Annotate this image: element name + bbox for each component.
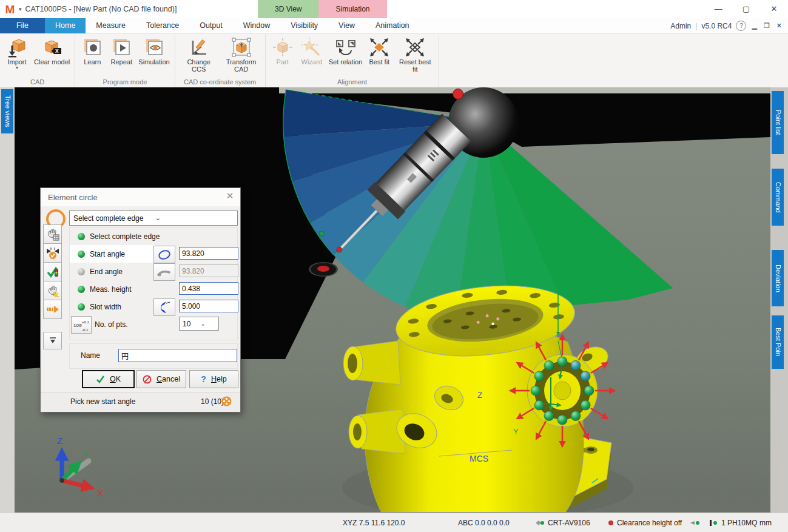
end-angle-pick-button[interactable] bbox=[153, 263, 175, 281]
quick-access-caret-icon[interactable]: ▾ bbox=[19, 6, 22, 12]
menu-visibility[interactable]: Visibility bbox=[280, 18, 328, 33]
meas-height-input[interactable] bbox=[179, 282, 238, 295]
maximize-button[interactable]: ▢ bbox=[732, 0, 760, 18]
triad-x-label: X bbox=[97, 488, 103, 498]
probe-head-status[interactable]: 1 PH10MQ bbox=[709, 513, 757, 532]
separator: | bbox=[695, 22, 697, 30]
chevron-down-icon: ⌄ bbox=[201, 320, 216, 327]
expand-options-button[interactable] bbox=[43, 332, 62, 349]
repeat-button[interactable]: Repeat bbox=[107, 35, 136, 67]
start-angle-pick-button[interactable] bbox=[153, 246, 175, 263]
sidebar-tab-best-point[interactable]: Best Poin bbox=[772, 315, 784, 369]
clearance-status[interactable]: Clearance height off bbox=[608, 513, 682, 532]
name-input[interactable] bbox=[118, 349, 237, 362]
menu-measure[interactable]: Measure bbox=[86, 18, 136, 33]
manual-input-button[interactable] bbox=[43, 224, 62, 244]
version-label: v5.0 RC4 bbox=[701, 22, 732, 30]
dialog-close-icon[interactable]: ✕ bbox=[224, 190, 235, 201]
menu-animation[interactable]: Animation bbox=[365, 18, 420, 33]
ribbon-group-program-mode: Learn Repeat Simulation Program mode bbox=[75, 34, 175, 87]
menu-view[interactable]: View bbox=[328, 18, 365, 33]
start-angle-input[interactable] bbox=[179, 247, 238, 260]
measure-mode-combo[interactable]: Select complete edge ⌄ bbox=[69, 210, 238, 226]
probe-head-red-dot bbox=[453, 89, 463, 99]
auto-measure-button[interactable] bbox=[43, 243, 62, 263]
cancel-button[interactable]: Cancel bbox=[136, 370, 186, 388]
status-bar: XYZ 7.5 11.6 120.0 ABC 0.0 0.0 0.0 CRT-A… bbox=[0, 513, 788, 532]
clear-model-button[interactable]: x Clear model bbox=[32, 35, 72, 67]
dialog-tool-column bbox=[43, 224, 62, 349]
sidebar-tab-deviation[interactable]: Deviation bbox=[772, 250, 784, 306]
status-led-green bbox=[78, 303, 85, 311]
part-button[interactable]: Part bbox=[268, 35, 297, 67]
minimize-button[interactable]: — bbox=[704, 0, 732, 18]
help-button[interactable]: ? Help bbox=[189, 370, 238, 388]
dialog-title-bar[interactable]: Element circle bbox=[41, 188, 240, 206]
parameter-panel: Select complete edge Start angle End ang… bbox=[69, 227, 238, 340]
ribbon-group-alignment: Part Wizard Set relation Best fit bbox=[266, 34, 440, 87]
menu-output[interactable]: Output bbox=[189, 18, 233, 33]
probe-head-icon bbox=[709, 519, 718, 527]
row-slot-width: Slot width bbox=[70, 298, 237, 315]
slot-width-input[interactable] bbox=[179, 300, 238, 312]
svg-text:-0.1: -0.1 bbox=[82, 328, 89, 332]
sidebar-tab-command[interactable]: Command bbox=[772, 169, 784, 226]
status-led-green bbox=[78, 233, 85, 240]
abc-readout: ABC 0.0 0.0 0.0 bbox=[458, 513, 510, 532]
learn-button[interactable]: Learn bbox=[78, 35, 107, 67]
clearance-off-icon bbox=[608, 520, 614, 526]
best-fit-button[interactable]: Best fit bbox=[365, 35, 394, 67]
tab-3d-view[interactable]: 3D View bbox=[258, 0, 318, 18]
sidebar-tab-tree-views[interactable]: Tree views bbox=[1, 89, 13, 133]
xyz-readout: XYZ 7.5 11.6 120.0 bbox=[343, 513, 405, 532]
mdi-close-icon[interactable]: ✕ bbox=[775, 22, 783, 30]
mdi-restore-icon[interactable]: ❐ bbox=[763, 22, 771, 30]
sidebar-tab-point-list[interactable]: Point list bbox=[772, 91, 784, 154]
ellipse-icon bbox=[157, 249, 172, 261]
group-label-alignment: Alignment bbox=[268, 78, 437, 87]
change-ccs-button[interactable]: Change CCS bbox=[178, 35, 220, 74]
transform-cad-button[interactable]: Transform CAD bbox=[220, 35, 263, 74]
ribbon-group-ccs: Change CCS Transform CAD CAD co-ordinate… bbox=[175, 34, 266, 87]
right-dock-rail: Point list Command Deviation Best Poin bbox=[770, 87, 788, 513]
slot-width-pick-button[interactable] bbox=[153, 298, 175, 316]
menu-home[interactable]: Home bbox=[45, 18, 86, 33]
clear-model-icon: x bbox=[42, 36, 62, 58]
ok-button[interactable]: OK bbox=[82, 370, 135, 388]
mdi-minimize-icon[interactable]: ▁ bbox=[750, 22, 758, 30]
wizard-button[interactable]: Wizard bbox=[297, 35, 326, 67]
move-status-icon bbox=[690, 520, 701, 526]
help-icon[interactable]: ? bbox=[736, 21, 746, 31]
set-relation-button[interactable]: Set relation bbox=[326, 35, 365, 67]
end-angle-input[interactable] bbox=[179, 264, 238, 277]
num-points-select[interactable]: 10 ⌄ bbox=[179, 317, 219, 331]
point-counter: 10 (10) bbox=[201, 397, 224, 406]
menu-file[interactable]: File bbox=[0, 18, 45, 33]
simulation-icon bbox=[144, 36, 164, 58]
expand-more-icon bbox=[49, 337, 57, 345]
repeat-icon bbox=[111, 36, 132, 58]
left-boss-upper bbox=[343, 341, 400, 385]
cnc-measure-button[interactable] bbox=[43, 262, 62, 281]
touch-point-button[interactable] bbox=[43, 281, 62, 300]
simulation-button[interactable]: Simulation bbox=[136, 35, 172, 67]
num-points-icon-button[interactable]: 100+0.1-0.1 bbox=[71, 316, 92, 334]
scan-button[interactable] bbox=[43, 300, 62, 319]
arc-blue-icon bbox=[157, 301, 172, 314]
probe-status[interactable]: CRT-AV9106 bbox=[535, 513, 590, 532]
close-button[interactable]: ✕ bbox=[760, 0, 788, 18]
question-icon: ? bbox=[201, 374, 206, 384]
floor-reference-hole bbox=[309, 262, 338, 277]
reset-best-fit-button[interactable]: Reset best fit bbox=[394, 35, 436, 74]
import-icon bbox=[7, 36, 27, 58]
menu-tolerance[interactable]: Tolerance bbox=[136, 18, 189, 33]
tab-simulation[interactable]: Simulation bbox=[318, 0, 386, 18]
ribbon-group-cad: Import ▾ x Clear model CAD bbox=[0, 34, 75, 87]
menu-window[interactable]: Window bbox=[233, 18, 280, 33]
import-caret-icon: ▾ bbox=[16, 66, 18, 70]
left-dock-rail: Tree views bbox=[0, 87, 15, 513]
import-button[interactable]: Import ▾ bbox=[2, 35, 32, 72]
probe-status-icon bbox=[535, 519, 545, 527]
dialog-title: Element circle bbox=[48, 193, 98, 202]
status-led-green bbox=[78, 251, 85, 258]
